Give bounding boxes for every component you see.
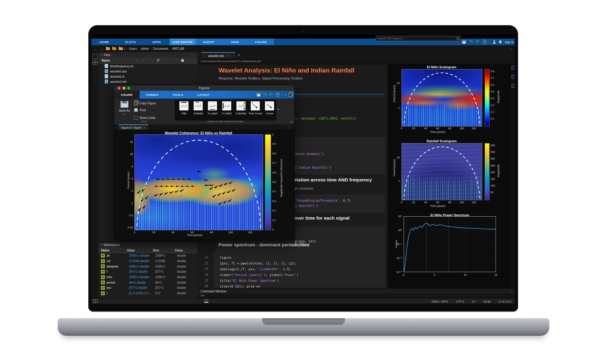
breadcrumb-segment[interactable]: MATLAB (172, 47, 184, 50)
workspace-col-name[interactable]: Name (99, 249, 127, 252)
workspace-col-class[interactable]: Class (175, 249, 195, 252)
collapse-toolstrip-icon[interactable]: ▴ (290, 120, 292, 123)
layout-strip-icon[interactable] (93, 60, 98, 65)
search-input[interactable] (376, 37, 456, 40)
files-panel-header[interactable]: ▾ Files ⋮ (99, 52, 198, 58)
toolstrip-tab-home[interactable]: HOME (91, 39, 117, 45)
close-icon[interactable]: × (144, 126, 145, 129)
save-as-button[interactable]: Save As ▾ (117, 100, 132, 116)
files-strip-icon[interactable] (93, 54, 98, 59)
workspace-row-coi[interactable]: coi1×1596 double1×1596double (99, 258, 198, 264)
gallery-item-title[interactable]: Title (177, 101, 191, 115)
sign-in-button[interactable]: Sign In (505, 40, 514, 44)
toolstrip-tab-plots[interactable]: PLOTS (117, 39, 144, 45)
bell-icon[interactable] (499, 40, 502, 44)
kebab-icon[interactable]: ⋮ (192, 53, 195, 57)
file-row-wavelet.m[interactable]: wavelet.m (99, 74, 198, 79)
status-item[interactable]: Script (483, 300, 490, 303)
kebab-icon[interactable]: ⋮ (192, 243, 195, 247)
workspace-row-pxx[interactable]: pxx257×1 double257×1double (99, 285, 198, 291)
close-traffic-light[interactable] (118, 87, 120, 89)
browse-folder-icon[interactable] (106, 47, 110, 50)
file-row-wavelet.mlx[interactable]: wavelet.mlx (99, 79, 198, 84)
ellipsis-icon[interactable]: ⋯ (212, 300, 215, 303)
collapse-caret-icon[interactable]: ▾ (101, 54, 102, 56)
new-tab-icon[interactable]: + (238, 53, 240, 57)
copy-figure-button[interactable]: Copy Figure (134, 101, 156, 105)
kebab-icon[interactable]: ⋮ (509, 289, 512, 293)
collapse-caret-icon[interactable]: ▾ (101, 244, 102, 246)
git-branch-icon[interactable] (150, 58, 167, 63)
workspace-col-value[interactable]: Value (127, 249, 153, 252)
status-item[interactable]: Ln 9 Col 1 (499, 300, 512, 303)
breadcrumb[interactable]: /›Users›admin›Documents›MATLAB (124, 47, 184, 50)
gallery-dropdown-icon[interactable]: ▾ (277, 108, 279, 111)
chevron-down-icon[interactable]: ⌄ (510, 47, 512, 51)
gallery-item-x-label[interactable]: X-Label (205, 101, 219, 115)
chevron-down-icon[interactable]: ▾ (285, 93, 286, 96)
chevron-down-icon[interactable]: ▾ (124, 113, 125, 116)
redo-icon[interactable] (476, 40, 480, 44)
search-box[interactable] (376, 36, 461, 41)
output-table-icon[interactable] (511, 66, 515, 69)
close-icon[interactable]: × (226, 54, 228, 58)
toolstrip-tab-apps[interactable]: APPS (144, 39, 170, 45)
new-folder-icon[interactable] (112, 47, 116, 50)
figures-tab-format[interactable]: FORMAT (140, 91, 165, 99)
workspace-row-air[interactable]: air1596×1 double1596×1double (99, 253, 198, 258)
gallery-item-y-label[interactable]: Y-Label (220, 101, 234, 115)
kebab-icon[interactable]: ⋮ (287, 125, 291, 129)
back-icon[interactable]: ← (94, 47, 97, 51)
editor-tab-wavelet[interactable]: wavelet.mlx × (201, 52, 235, 59)
toolstrip-tab-live-editor[interactable]: LIVE EDITOR (170, 39, 196, 45)
command-window-input[interactable]: >> (198, 294, 515, 298)
gallery-item-arrow[interactable]: Arrow (263, 101, 276, 115)
figures-tab-layout[interactable]: LAYOUT (191, 91, 216, 99)
workspace-column-header[interactable]: NameValueSizeClass (99, 248, 198, 253)
figures-window[interactable]: Figures FIGUREFORMATTOOLSLAYOUT ? ▾ Save… (114, 85, 294, 240)
workspace-col-size[interactable]: Size (153, 249, 175, 252)
breadcrumb-segment[interactable]: admin (141, 47, 149, 50)
toolstrip-tab-figure[interactable]: FIGURE (248, 39, 274, 45)
undo-icon[interactable] (469, 40, 473, 44)
workspace-row-f[interactable]: f257×1 double257×1double (99, 269, 198, 275)
command-window-header[interactable]: Command Window ⋮ (198, 288, 515, 294)
save-icon[interactable] (257, 93, 260, 96)
layout-grid-icon[interactable] (93, 299, 98, 303)
minimize-traffic-light[interactable] (123, 87, 125, 89)
gallery-item-text-arrow[interactable]: TText Arrow (248, 101, 262, 115)
file-row-wavelet.asv[interactable]: wavelet.asv (99, 69, 198, 74)
sort-asc-icon[interactable]: ↑ (137, 58, 150, 63)
show-code-checkbox[interactable]: Show Code (134, 116, 155, 120)
breadcrumb-segment[interactable]: / (124, 47, 125, 50)
workspace-row-nino[interactable]: nino1596×1 double1596×1double (99, 275, 198, 280)
figures-window-titlebar[interactable]: Figures (114, 85, 294, 91)
breadcrumb-segment[interactable]: Documents (153, 47, 168, 50)
help-icon[interactable]: ? (483, 40, 487, 44)
kebab-icon[interactable]: ⋮ (94, 79, 97, 83)
print-button[interactable]: Print (134, 109, 146, 112)
gallery-item-colorbar[interactable]: Colorbar (234, 101, 248, 115)
status-item[interactable]: Editor: 100% (432, 300, 448, 303)
checkbox-icon[interactable] (134, 116, 138, 120)
breadcrumb-segment[interactable]: Users (129, 47, 137, 50)
figures-tab-figure[interactable]: FIGURE (114, 91, 140, 99)
info-icon[interactable]: i (167, 58, 198, 63)
status-item[interactable]: LF (472, 300, 475, 303)
toolstrip-tab-insert[interactable]: INSERT (196, 39, 222, 45)
workspace-panel-header[interactable]: ▾ Workspace ⋮ (99, 242, 198, 248)
undo-icon[interactable] (263, 93, 267, 96)
workspace-row-period[interactable]: period94×1 double94×1double (99, 280, 198, 285)
figure-doc-tab[interactable]: Figure 6: Figure × (118, 124, 148, 130)
output-image-icon[interactable] (511, 75, 515, 79)
workspace-row-datayear[interactable]: datayear1596×1 double1596×1double (99, 264, 198, 269)
output-doc-icon[interactable] (511, 84, 515, 88)
redo-icon[interactable] (269, 93, 273, 96)
gallery-item-subtitle[interactable]: Subtitle (191, 101, 205, 115)
status-item[interactable]: UTF-8 (456, 300, 464, 303)
toolstrip-tab-view[interactable]: VIEW (222, 39, 248, 45)
copy-window-icon[interactable] (289, 93, 292, 97)
file-row-timefrequency.m[interactable]: timefrequency.m (99, 63, 198, 69)
workspace-row-r[interactable]: r[1,-0.1524;-0.1...2×2double (99, 291, 198, 296)
pane-icon[interactable] (205, 299, 208, 303)
